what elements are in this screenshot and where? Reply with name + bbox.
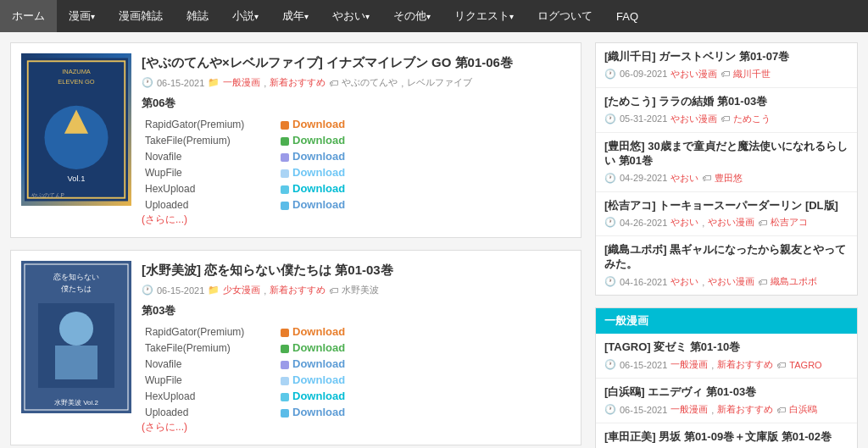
sidebar-author[interactable]: 松吉アコ [771, 216, 808, 229]
meta-separator: 📁 [208, 285, 220, 296]
indicator [281, 185, 289, 194]
sidebar-cat[interactable]: やおい [670, 275, 698, 288]
entry-details: [水野美波] 恋を知らない僕たちは 第01-03巻 🕐 06-15-2021 📁… [142, 261, 570, 434]
nav-request[interactable]: リクエスト [442, 0, 526, 32]
sidebar-item-title[interactable]: [織島ユポボ] 黒ギャルになったから親友とやってみた。 [604, 243, 849, 272]
sidebar-list-item: [TAGRO] 変ゼミ 第01-10巻 🕐 06-15-2021 一般漫画, 新… [596, 334, 857, 379]
sidebar-item-title[interactable]: [豊田悠] 30歳まで童貞だと魔法使いになれるらしい 第01巻 [604, 140, 849, 169]
sidebar-cat[interactable]: やおい [670, 216, 698, 229]
download-link[interactable]: Download [292, 198, 345, 211]
tag-icon: 🏷 [721, 69, 730, 79]
download-link[interactable]: Download [292, 373, 345, 386]
nav-yaoi[interactable]: やおい [320, 0, 381, 32]
entry-thumbnail: 恋を知らない 僕たちは 水野美波 Vol.2 [21, 261, 131, 434]
sidebar-cat2[interactable]: やおい漫画 [708, 275, 754, 288]
dl-host: Novafile [142, 148, 277, 164]
sidebar-item-meta: 🕐 04-16-2021 やおい, やおい漫画 🏷 織島ユポボ [604, 275, 849, 288]
sidebar-item-title[interactable]: [ためこう] ララの結婚 第01-03巻 [604, 95, 849, 109]
sidebar-cat[interactable]: やおい漫画 [670, 68, 717, 80]
sidebar-item-title[interactable]: [織川千日] ガーストベリン 第01-07巻 [604, 50, 849, 64]
entry-tags: やぶのてんや [342, 76, 398, 89]
thumb-img: 恋を知らない 僕たちは 水野美波 Vol.2 [21, 261, 131, 413]
meta-separator: 📁 [208, 77, 220, 88]
dl-row: Uploaded Download [142, 404, 570, 420]
indicator [281, 137, 289, 146]
sidebar-list-item: [松吉アコ] トーキョースーパーダーリン [DL版] 🕐 04-26-2021 … [596, 192, 857, 237]
nav-adult[interactable]: 成年 [270, 0, 320, 32]
entry-details: [やぶのてんや×レベルファイブ] イナズマイレブン GO 第01-06巻 🕐 0… [142, 53, 570, 227]
dl-row: Novafile Download [142, 356, 570, 372]
sidebar-cat2[interactable]: 新着おすすめ [717, 358, 773, 371]
dl-cell: Download [277, 148, 570, 164]
dl-cell: Download [277, 340, 570, 356]
category-link-0[interactable]: 少女漫画 [223, 284, 260, 296]
entry-meta: 🕐 06-15-2021 📁 一般漫画, 新着おすすめ 🏷 やぶのてんや, レベ… [142, 76, 570, 89]
download-link[interactable]: Download [292, 150, 345, 163]
sidebar-item-meta: 🕐 04-29-2021 やおい 🏷 豊田悠 [604, 172, 849, 185]
download-link[interactable]: Download [292, 406, 345, 418]
dl-row: TakeFile(Premium) Download [142, 340, 570, 356]
sidebar-author[interactable]: 豊田悠 [715, 172, 743, 185]
indicator [281, 393, 289, 401]
sidebar-date: 06-15-2021 [620, 405, 667, 415]
sidebar-item-meta: 🕐 06-15-2021 一般漫画, 新着おすすめ 🏷 白浜鴎 [604, 403, 849, 416]
entry-title[interactable]: [やぶのてんや×レベルファイブ] イナズマイレブン GO 第01-06巻 [142, 53, 570, 71]
sidebar-author[interactable]: ためこう [733, 113, 771, 125]
category-link-1[interactable]: 新着おすすめ [270, 76, 326, 89]
dl-row: RapidGator(Premium) Download [142, 116, 570, 132]
download-link[interactable]: Download [292, 357, 345, 370]
thumb-img: INAZUMA ELEVEN GO Vol.1 やぶのてんP [21, 53, 131, 206]
dl-host: WupFile [142, 164, 277, 180]
sidebar-author[interactable]: 織島ユポボ [771, 275, 817, 288]
more-link[interactable]: (さらに...) [142, 213, 187, 225]
sidebar-list-item: [織島ユポボ] 黒ギャルになったから親友とやってみた。 🕐 04-16-2021… [596, 236, 857, 295]
nav-magazine[interactable]: 雑誌 [175, 0, 220, 32]
sidebar-item-title[interactable]: [松吉アコ] トーキョースーパーダーリン [DL版] [604, 199, 849, 213]
download-link[interactable]: Download [292, 325, 345, 338]
nav-manga[interactable]: 漫画 [57, 0, 107, 32]
sidebar-author[interactable]: TAGRO [789, 360, 821, 370]
entry-tags-1: レベルファイブ [407, 76, 472, 89]
clock-icon: 🕐 [604, 69, 616, 80]
entry-title[interactable]: [水野美波] 恋を知らない僕たちは 第01-03巻 [142, 261, 570, 279]
sidebar-item-meta: 🕐 06-09-2021 やおい漫画 🏷 織川千世 [604, 68, 849, 80]
sidebar-cat[interactable]: やおい漫画 [670, 113, 717, 125]
dl-cell: Download [277, 132, 570, 148]
sidebar-general-section: 一般漫画 [TAGRO] 変ゼミ 第01-10巻 🕐 06-15-2021 一般… [595, 307, 858, 448]
nav-other[interactable]: その他 [381, 0, 442, 32]
download-link[interactable]: Download [292, 134, 345, 147]
download-link[interactable]: Download [292, 390, 345, 402]
svg-text:やぶのてんP: やぶのてんP [31, 192, 65, 198]
sidebar-item-meta: 🕐 04-26-2021 やおい, やおい漫画 🏷 松吉アコ [604, 216, 849, 229]
manga-entry: 恋を知らない 僕たちは 水野美波 Vol.2 [水野美波] 恋を知らない僕たちは… [10, 250, 581, 445]
sidebar-author[interactable]: 織川千世 [733, 68, 771, 80]
sidebar-cat[interactable]: やおい [670, 172, 698, 185]
more-link[interactable]: (さらに...) [142, 421, 187, 433]
sidebar-yaoi-section: [織川千日] ガーストベリン 第01-07巻 🕐 06-09-2021 やおい漫… [595, 42, 858, 296]
download-link[interactable]: Download [292, 166, 345, 179]
sidebar-author[interactable]: 白浜鴎 [789, 403, 817, 416]
sidebar-cat2[interactable]: 新着おすすめ [717, 403, 773, 416]
download-link[interactable]: Download [292, 118, 345, 130]
entry-date: 06-15-2021 [157, 78, 204, 88]
sidebar-cat[interactable]: 一般漫画 [670, 403, 708, 416]
dl-cell: Download [277, 404, 570, 420]
category-link-1[interactable]: 新着おすすめ [270, 284, 326, 296]
nav-novel[interactable]: 小説 [220, 0, 270, 32]
download-link[interactable]: Download [292, 341, 345, 354]
download-link[interactable]: Download [292, 182, 345, 195]
dl-row: WupFile Download [142, 372, 570, 388]
category-link-0[interactable]: 一般漫画 [223, 76, 260, 89]
nav-home[interactable]: ホーム [0, 0, 57, 32]
svg-text:INAZUMA: INAZUMA [62, 68, 91, 75]
nav-manga-magazine[interactable]: 漫画雑誌 [107, 0, 175, 32]
sidebar-cat[interactable]: 一般漫画 [670, 358, 708, 371]
nav-faq[interactable]: FAQ [604, 0, 650, 32]
indicator [281, 409, 289, 418]
svg-text:ELEVEN GO: ELEVEN GO [58, 78, 95, 86]
sidebar-item-title[interactable]: [白浜鴎] エニデヴィ 第01-03巻 [604, 385, 849, 400]
sidebar-item-title[interactable]: [車田正美] 男坂 第01-09巻＋文庫版 第01-02巻 [604, 430, 849, 445]
sidebar-cat2[interactable]: やおい漫画 [708, 216, 754, 229]
sidebar-item-title[interactable]: [TAGRO] 変ゼミ 第01-10巻 [604, 340, 849, 355]
nav-log[interactable]: ログついて [526, 0, 604, 32]
